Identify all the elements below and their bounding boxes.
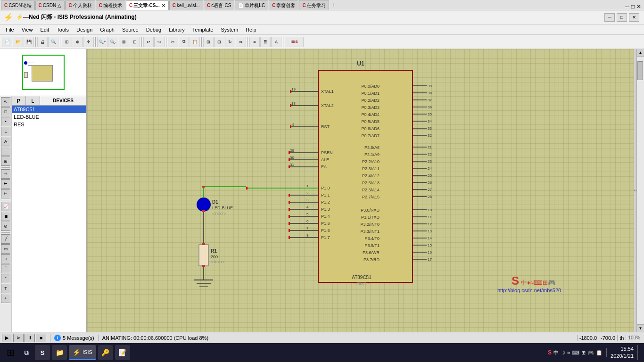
tb-redo[interactable]: ↪ <box>154 37 165 47</box>
tray-keyboard[interactable]: ⌨ <box>572 350 579 356</box>
taskbar-item-sogou[interactable]: S <box>35 345 50 360</box>
window-close[interactable]: ✕ <box>629 13 639 22</box>
browser-close[interactable]: ✕ <box>636 3 641 10</box>
resize-right[interactable]: J <box>634 49 636 332</box>
menu-library[interactable]: Library <box>165 26 189 33</box>
menu-debug[interactable]: Debug <box>142 26 165 33</box>
tool-subcircuit[interactable]: ⊞ <box>1 156 10 166</box>
stop-btn[interactable]: ■ <box>36 334 46 342</box>
window-maximize[interactable]: □ <box>617 13 627 22</box>
tool-2d-line[interactable]: ╱ <box>1 234 10 244</box>
menu-system[interactable]: System <box>217 26 242 33</box>
tool-text[interactable]: A <box>1 137 10 146</box>
tb-grid[interactable]: ⊞ <box>62 37 72 47</box>
tool-graph[interactable]: 📈 <box>1 202 10 211</box>
scroll-thumb-v[interactable] <box>637 61 643 80</box>
tab-csdn2[interactable]: CCSDN-△ <box>35 0 65 10</box>
tray-moon[interactable]: ☽ <box>561 350 565 356</box>
menu-graph[interactable]: Graph <box>96 26 118 33</box>
tb-crosshair[interactable]: ✛ <box>83 37 94 47</box>
tb-zoom-in[interactable]: 🔍+ <box>97 37 107 47</box>
tool-generator[interactable]: ⊙ <box>1 222 10 231</box>
tb-block-move[interactable]: ⊟ <box>214 37 224 47</box>
taskbar-clock[interactable]: 15:54 2020/1/21 <box>611 346 634 360</box>
taskbar-start[interactable]: ⊞ <box>2 344 19 361</box>
tb-sim[interactable]: ISIS <box>285 37 304 47</box>
tab-close[interactable]: ✕ <box>162 3 165 8</box>
tb-origin[interactable]: ⊕ <box>73 37 83 47</box>
tool-tape[interactable]: ⏹ <box>1 212 10 221</box>
taskbar-search[interactable]: ⧉ <box>20 346 33 359</box>
tool-junction[interactable]: • <box>1 117 10 126</box>
scroll-track-v[interactable] <box>637 57 644 324</box>
tool-label[interactable]: L <box>1 127 10 136</box>
tb-new[interactable]: 📄 <box>2 37 12 47</box>
tb-rotate[interactable]: ↻ <box>225 37 235 47</box>
tool-component[interactable]: □ <box>1 107 10 116</box>
tool-2d-box[interactable]: ▭ <box>1 244 10 254</box>
tb-print-prev[interactable]: 🔍 <box>48 37 58 47</box>
tb-open[interactable]: 📂 <box>13 37 23 47</box>
tb-cut[interactable]: ✂ <box>168 37 178 47</box>
tool-port[interactable]: ⊨ <box>1 189 10 198</box>
tool-2d-circle[interactable]: ○ <box>1 254 10 263</box>
tb-save[interactable]: 💾 <box>24 37 34 47</box>
tab-article[interactable]: C三文章-CS... ✕ <box>126 0 169 10</box>
tb-zoom-area[interactable]: ⊡ <box>130 37 140 47</box>
tab-mcu[interactable]: 📄单片机LC <box>235 0 268 10</box>
taskbar-item-explorer[interactable]: 📁 <box>52 345 67 360</box>
tray-clip[interactable]: 📋 <box>596 350 603 356</box>
tab-csdn1[interactable]: CCSDN论坛 <box>1 0 35 10</box>
vertical-scrollbar[interactable]: ▲ ▼ <box>636 49 644 332</box>
tool-2d-symbol[interactable]: + <box>1 294 10 303</box>
tray-controller[interactable]: 🎮 <box>587 350 594 356</box>
tool-select[interactable]: ↖ <box>1 97 10 107</box>
tool-pin[interactable]: ⊢ <box>1 179 10 189</box>
device-item-at89c51[interactable]: AT89C51 <box>12 106 86 113</box>
menu-file[interactable]: File <box>2 26 18 33</box>
tool-2d-path[interactable]: ⌃ <box>1 274 10 283</box>
menu-edit[interactable]: Edit <box>36 26 53 33</box>
taskbar-item-editor[interactable]: 📝 <box>115 345 130 360</box>
menu-help[interactable]: Help <box>242 26 260 33</box>
tool-2d-arc[interactable]: ⌒ <box>1 264 10 273</box>
taskbar-item-isis[interactable]: ⚡ ISIS <box>69 345 96 360</box>
tool-bus[interactable]: = <box>1 147 10 156</box>
menu-view[interactable]: View <box>18 26 37 33</box>
tab-profile[interactable]: C个人资料 <box>65 0 95 10</box>
tab-c[interactable]: Cc语言-CS <box>204 0 234 10</box>
tb-annotate[interactable]: A <box>271 37 281 47</box>
tool-terminal[interactable]: ⊣ <box>1 169 10 179</box>
play-step-btn[interactable]: ⊳ <box>13 334 24 342</box>
menu-source[interactable]: Source <box>118 26 142 33</box>
tab-creator[interactable]: C寒窗创客 <box>269 0 298 10</box>
browser-max[interactable]: □ <box>631 3 635 10</box>
tray-grid[interactable]: ⊞ <box>581 350 586 356</box>
tb-block-copy[interactable]: ⊞ <box>203 37 214 47</box>
tray-zh[interactable]: 中 <box>553 349 559 356</box>
device-item-res[interactable]: RES <box>12 121 86 128</box>
schematic-canvas[interactable]: U1 19 XTAL1 18 XTAL2 9 RST <box>87 49 636 332</box>
tb-zoom-all[interactable]: ⊠ <box>119 37 129 47</box>
tray-s[interactable]: S <box>548 349 552 356</box>
tb-paste[interactable]: 📋 <box>190 37 200 47</box>
tab-keil[interactable]: Ckeil_uvisi... <box>169 0 203 10</box>
menu-tools[interactable]: Tools <box>53 26 73 33</box>
window-minimize[interactable]: ─ <box>604 13 615 22</box>
tb-print[interactable]: 🖨 <box>37 37 48 47</box>
tb-bom[interactable]: ≣ <box>260 37 271 47</box>
tb-zoom-out[interactable]: 🔍- <box>108 37 118 47</box>
tool-2d-text[interactable]: T <box>1 284 10 293</box>
menu-template[interactable]: Template <box>189 26 217 33</box>
tb-undo[interactable]: ↩ <box>143 37 154 47</box>
tb-copy[interactable]: ⧉ <box>179 37 189 47</box>
new-tab-btn[interactable]: + <box>330 0 339 10</box>
scroll-down-arrow[interactable]: ▼ <box>637 324 644 332</box>
tb-mirror[interactable]: ⇔ <box>236 37 246 47</box>
menu-design[interactable]: Design <box>73 26 96 33</box>
tab-p[interactable]: P <box>12 96 26 105</box>
pause-btn[interactable]: ⏸ <box>25 334 35 342</box>
browser-min[interactable]: ─ <box>625 3 629 10</box>
tab-l[interactable]: L <box>26 96 40 105</box>
taskbar-item-key[interactable]: 🔑 <box>98 345 113 360</box>
